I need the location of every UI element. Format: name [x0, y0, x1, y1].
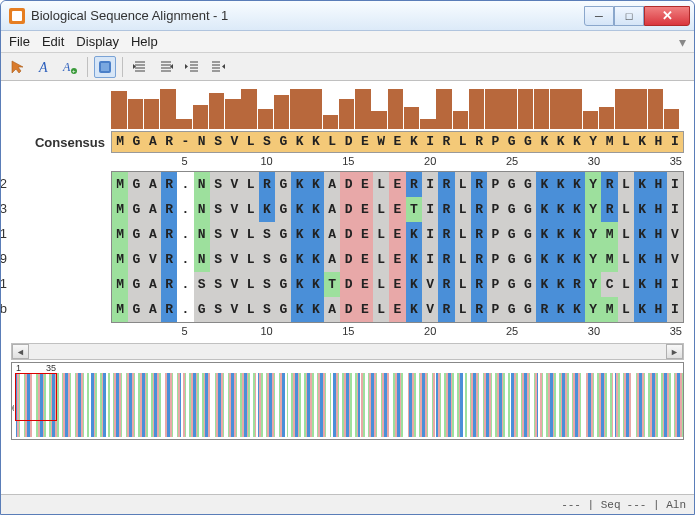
font-tool-button[interactable]: A	[33, 56, 55, 78]
residue-cell[interactable]: L	[455, 247, 471, 272]
residue-cell[interactable]: V	[226, 272, 242, 297]
residue-cell[interactable]: K	[308, 272, 324, 297]
residue-cell[interactable]: V	[226, 247, 242, 272]
residue-cell[interactable]: L	[618, 297, 634, 322]
sequence-label[interactable]: HIV-2	[1, 171, 7, 196]
residue-cell[interactable]: M	[112, 247, 128, 272]
residue-cell[interactable]: V	[422, 297, 438, 322]
sequence-row[interactable]: MGAR.SSVLSGKKTDELEKVRLRPGGKKRYCLKHI	[112, 272, 683, 297]
overview-panel[interactable]: 1 35 6	[11, 362, 684, 440]
residue-cell[interactable]: K	[308, 297, 324, 322]
residue-cell[interactable]: C	[601, 272, 617, 297]
residue-cell[interactable]: G	[275, 197, 291, 222]
residue-cell[interactable]: L	[618, 172, 634, 197]
residue-cell[interactable]: K	[634, 172, 650, 197]
add-font-button[interactable]: A+	[59, 56, 81, 78]
residue-cell[interactable]: I	[667, 197, 683, 222]
residue-cell[interactable]: R	[438, 222, 454, 247]
residue-cell[interactable]: P	[487, 247, 503, 272]
residue-cell[interactable]: K	[569, 222, 585, 247]
residue-cell[interactable]: G	[520, 197, 536, 222]
residue-cell[interactable]: R	[161, 247, 177, 272]
residue-cell[interactable]: L	[243, 222, 259, 247]
residue-cell[interactable]: N	[194, 222, 210, 247]
residue-cell[interactable]: G	[275, 247, 291, 272]
residue-cell[interactable]: E	[357, 222, 373, 247]
residue-cell[interactable]: I	[422, 222, 438, 247]
residue-cell[interactable]: S	[210, 272, 226, 297]
residue-cell[interactable]: L	[243, 297, 259, 322]
residue-cell[interactable]: K	[634, 247, 650, 272]
residue-cell[interactable]: G	[504, 222, 520, 247]
residue-cell[interactable]: M	[112, 272, 128, 297]
residue-cell[interactable]: L	[373, 197, 389, 222]
residue-cell[interactable]: R	[438, 197, 454, 222]
residue-cell[interactable]: Y	[585, 247, 601, 272]
residue-cell[interactable]: L	[373, 297, 389, 322]
residue-cell[interactable]: I	[422, 172, 438, 197]
residue-cell[interactable]: Y	[585, 297, 601, 322]
sequence-row[interactable]: MGAR.GSVLSGKKADELEKVRLRPGGRKKYMLKHI	[112, 297, 683, 322]
residue-cell[interactable]: V	[226, 222, 242, 247]
residue-cell[interactable]: K	[291, 272, 307, 297]
residue-cell[interactable]: P	[487, 297, 503, 322]
residue-cell[interactable]: P	[487, 197, 503, 222]
residue-cell[interactable]: L	[618, 247, 634, 272]
residue-cell[interactable]: S	[259, 297, 275, 322]
residue-cell[interactable]: K	[291, 222, 307, 247]
residue-cell[interactable]: K	[634, 197, 650, 222]
residue-cell[interactable]: I	[422, 247, 438, 272]
residue-cell[interactable]: G	[520, 297, 536, 322]
residue-cell[interactable]: G	[194, 297, 210, 322]
residue-cell[interactable]: H	[650, 272, 666, 297]
residue-cell[interactable]: D	[340, 247, 356, 272]
residue-cell[interactable]: K	[536, 197, 552, 222]
residue-cell[interactable]: K	[552, 297, 568, 322]
residue-cell[interactable]: R	[161, 297, 177, 322]
menu-display[interactable]: Display	[76, 34, 119, 49]
residue-cell[interactable]: K	[634, 222, 650, 247]
residue-cell[interactable]: E	[389, 297, 405, 322]
residue-cell[interactable]: E	[357, 247, 373, 272]
residue-cell[interactable]: R	[438, 272, 454, 297]
residue-cell[interactable]: G	[128, 247, 144, 272]
indent-right-button[interactable]	[129, 56, 151, 78]
residue-cell[interactable]: G	[504, 197, 520, 222]
residue-cell[interactable]: G	[504, 172, 520, 197]
residue-cell[interactable]: M	[112, 197, 128, 222]
residue-cell[interactable]: R	[601, 172, 617, 197]
residue-cell[interactable]: N	[194, 197, 210, 222]
residue-cell[interactable]: G	[275, 172, 291, 197]
residue-cell[interactable]: A	[324, 197, 340, 222]
residue-cell[interactable]: I	[422, 197, 438, 222]
minimize-button[interactable]: ─	[584, 6, 614, 26]
residue-cell[interactable]: K	[569, 172, 585, 197]
residue-cell[interactable]: A	[145, 222, 161, 247]
residue-cell[interactable]: K	[634, 272, 650, 297]
menu-overflow-icon[interactable]: ▾	[679, 34, 686, 50]
residue-cell[interactable]: R	[161, 197, 177, 222]
outdent-right-button[interactable]	[181, 56, 203, 78]
residue-cell[interactable]: K	[291, 297, 307, 322]
residue-cell[interactable]: L	[455, 297, 471, 322]
residue-cell[interactable]: K	[308, 172, 324, 197]
residue-cell[interactable]: R	[161, 222, 177, 247]
residue-cell[interactable]: R	[438, 247, 454, 272]
residue-cell[interactable]: S	[210, 222, 226, 247]
residue-cell[interactable]: G	[504, 272, 520, 297]
residue-cell[interactable]: D	[340, 197, 356, 222]
residue-cell[interactable]: K	[291, 247, 307, 272]
residue-cell[interactable]: A	[324, 172, 340, 197]
residue-cell[interactable]: R	[161, 172, 177, 197]
menu-help[interactable]: Help	[131, 34, 158, 49]
residue-cell[interactable]: G	[520, 172, 536, 197]
residue-cell[interactable]: P	[487, 172, 503, 197]
residue-cell[interactable]: L	[243, 247, 259, 272]
sequence-label[interactable]: HIV-2UC1	[1, 271, 7, 296]
residue-cell[interactable]: L	[373, 272, 389, 297]
residue-cell[interactable]: M	[601, 222, 617, 247]
residue-cell[interactable]: V	[226, 297, 242, 322]
residue-cell[interactable]: V	[667, 222, 683, 247]
residue-cell[interactable]: N	[194, 172, 210, 197]
residue-cell[interactable]: G	[520, 222, 536, 247]
